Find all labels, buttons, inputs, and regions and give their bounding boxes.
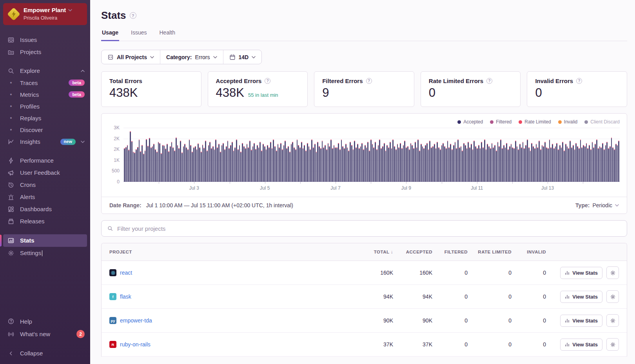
bullet-icon: • xyxy=(7,116,15,120)
sidebar-item-whats-new[interactable]: What's new 2 xyxy=(0,328,90,340)
projects-icon xyxy=(107,54,114,60)
sidebar-item-releases[interactable]: Releases xyxy=(0,216,90,227)
date-range-dropdown[interactable]: 14D xyxy=(223,50,262,64)
view-stats-button[interactable]: View Stats xyxy=(560,315,602,327)
sidebar-item-alerts[interactable]: Alerts xyxy=(0,191,90,203)
legend-filtered[interactable]: Filtered xyxy=(490,119,512,125)
gear-icon xyxy=(7,250,15,257)
sidebar-item-user-feedback[interactable]: User Feedback xyxy=(0,167,90,179)
project-settings-button[interactable] xyxy=(606,290,619,303)
sidebar-item-projects[interactable]: Projects xyxy=(0,46,90,58)
help-icon[interactable]: ? xyxy=(576,78,582,84)
legend-rate-limited[interactable]: Rate Limited xyxy=(519,119,551,125)
legend-accepted[interactable]: Accepted xyxy=(457,119,483,125)
usage-chart-card: Accepted Filtered Rate Limited Invalid C… xyxy=(101,113,627,214)
gear-icon xyxy=(610,318,616,324)
view-stats-button[interactable]: View Stats xyxy=(560,267,602,279)
legend-dot xyxy=(519,120,522,124)
help-icon[interactable]: ? xyxy=(366,78,372,84)
legend-client-discard[interactable]: Client Discard xyxy=(584,119,620,125)
project-search xyxy=(101,220,627,237)
sidebar-item-traces[interactable]: • Traces beta xyxy=(0,77,90,89)
legend-dot xyxy=(584,120,588,124)
search-input[interactable] xyxy=(117,225,621,232)
chevron-down-icon xyxy=(252,56,256,58)
sidebar-group-insights[interactable]: Insights new xyxy=(0,136,90,148)
table-header: PROJECT TOTAL↓ ACCEPTED FILTERED RATE LI… xyxy=(102,243,627,261)
date-range-value: Jul 1 10:00 AM — Jul 15 11:00 AM (+02:00… xyxy=(146,202,293,208)
sidebar-item-performance[interactable]: Performance xyxy=(0,155,90,167)
page-help-icon[interactable]: ? xyxy=(130,12,136,19)
bullet-icon: • xyxy=(7,104,15,108)
view-stats-button[interactable]: View Stats xyxy=(560,339,602,351)
sidebar-item-replays[interactable]: • Replays xyxy=(0,112,90,124)
legend-invalid[interactable]: Invalid xyxy=(558,119,578,125)
bullet-icon: • xyxy=(7,81,15,85)
help-icon[interactable]: ? xyxy=(265,78,270,84)
sidebar-item-stats[interactable]: Stats xyxy=(3,234,87,247)
dashboards-icon xyxy=(7,206,15,213)
sidebar: Empower Plant Priscila Oliveira Issues P… xyxy=(0,0,90,364)
column-total[interactable]: TOTAL↓ xyxy=(358,249,393,255)
line-chart-icon xyxy=(7,138,15,145)
tab-bar: Usage Issues Health xyxy=(101,29,627,41)
column-invalid[interactable]: INVALID xyxy=(512,250,546,254)
filtered-errors-card: Filtered Errors? 9 xyxy=(314,71,414,107)
project-link[interactable]: react xyxy=(120,270,132,276)
bar-chart-icon xyxy=(565,342,570,347)
chevron-left-icon xyxy=(7,351,15,356)
type-dropdown[interactable]: Type: Periodic xyxy=(575,202,619,208)
sidebar-footer: Help What's new 2 Collapse xyxy=(0,315,90,364)
sidebar-item-dashboards[interactable]: Dashboards xyxy=(0,203,90,215)
table-row: R ruby-on-rails 37K 37K 0 0 0 View Stats xyxy=(102,333,627,357)
legend-dot xyxy=(558,120,562,124)
tab-health[interactable]: Health xyxy=(159,29,176,41)
project-link[interactable]: empower-tda xyxy=(120,317,152,324)
beta-badge: beta xyxy=(69,80,85,86)
gear-icon xyxy=(610,270,616,276)
sidebar-item-settings[interactable]: Settings xyxy=(0,247,90,259)
projects-table: PROJECT TOTAL↓ ACCEPTED FILTERED RATE LI… xyxy=(101,243,627,357)
sidebar-item-help[interactable]: Help xyxy=(0,315,90,327)
text-caret xyxy=(42,250,42,256)
column-rate-limited[interactable]: RATE LIMITED xyxy=(468,250,512,254)
react-platform-icon xyxy=(109,269,116,276)
archive-icon xyxy=(7,218,15,225)
org-switcher[interactable]: Empower Plant Priscila Oliveira xyxy=(3,3,87,25)
megaphone-icon xyxy=(7,169,15,176)
sidebar-collapse-button[interactable]: Collapse xyxy=(0,348,90,359)
project-link[interactable]: flask xyxy=(120,293,131,300)
sidebar-item-discover[interactable]: • Discover xyxy=(0,124,90,136)
column-filtered[interactable]: FILTERED xyxy=(432,250,468,254)
sidebar-item-crons[interactable]: Crons xyxy=(0,179,90,191)
filtered-errors-value: 9 xyxy=(322,86,329,100)
main-content: Stats ? Usage Issues Health All Projects… xyxy=(90,0,635,364)
sidebar-item-profiles[interactable]: • Profiles xyxy=(0,101,90,112)
sidebar-item-issues[interactable]: Issues xyxy=(0,34,90,46)
bullet-icon: • xyxy=(7,92,15,96)
gear-icon xyxy=(610,294,616,300)
date-range-label: Date Range: xyxy=(109,202,142,208)
project-settings-button[interactable] xyxy=(606,314,619,327)
project-filter-dropdown[interactable]: All Projects xyxy=(102,50,160,64)
project-settings-button[interactable] xyxy=(606,338,619,351)
view-stats-button[interactable]: View Stats xyxy=(560,291,602,303)
chart-plot xyxy=(123,128,620,182)
table-row: react 160K 160K 0 0 0 View Stats xyxy=(102,261,627,285)
bar-chart-icon xyxy=(565,318,570,323)
accepted-errors-value: 438K xyxy=(216,86,244,100)
filter-bar: All Projects Category: Errors 14D xyxy=(101,50,262,64)
tab-usage[interactable]: Usage xyxy=(101,29,119,41)
sidebar-item-metrics[interactable]: • Metrics beta xyxy=(0,89,90,100)
project-link[interactable]: ruby-on-rails xyxy=(120,341,151,348)
flask-platform-icon: f xyxy=(109,293,116,300)
column-accepted[interactable]: ACCEPTED xyxy=(393,250,432,254)
total-errors-card: Total Errors 438K xyxy=(101,71,201,107)
project-settings-button[interactable] xyxy=(606,266,619,279)
help-icon[interactable]: ? xyxy=(486,78,492,84)
whats-new-count-badge: 2 xyxy=(76,330,85,338)
category-filter-dropdown[interactable]: Category: Errors xyxy=(160,50,223,64)
sidebar-group-explore[interactable]: Explore xyxy=(0,65,90,77)
tab-issues[interactable]: Issues xyxy=(130,29,147,41)
chevron-down-icon xyxy=(68,9,72,11)
